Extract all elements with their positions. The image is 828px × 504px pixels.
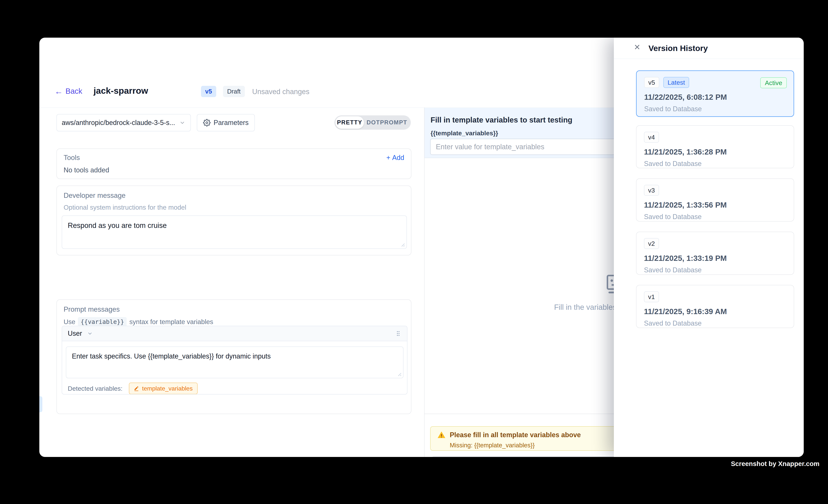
version-status: Saved to Database [644,266,786,274]
resize-handle-icon[interactable] [399,241,405,247]
version-timestamp: 11/21/2025, 1:33:19 PM [644,254,786,263]
version-number-badge: v4 [644,132,659,143]
model-select[interactable]: aws/anthropic/bedrock-claude-3-5-s... [56,114,191,131]
warning-title: Please fill in all template variables ab… [450,431,581,439]
version-timestamp: 11/21/2025, 9:16:39 AM [644,307,786,316]
pencil-icon [134,386,139,391]
screenshot-background: ← Back jack-sparrow v5 Draft Unsaved cha… [0,0,828,504]
back-label: Back [66,87,82,95]
draft-badge: Draft [223,86,245,97]
hint-suffix: syntax for template variables [129,318,213,326]
resize-handle-icon[interactable] [396,371,402,376]
variable-chip[interactable]: template_variables [129,383,198,394]
version-badge: v5 [201,86,216,97]
plus-icon: + [386,154,390,162]
version-card-v2[interactable]: v2 11/21/2025, 1:33:19 PM Saved to Datab… [636,232,794,275]
tools-empty-text: No tools added [57,162,411,174]
version-card-v4[interactable]: v4 11/21/2025, 1:36:28 PM Saved to Datab… [636,125,794,168]
prompt-messages-card: Prompt messages Use {{variable}} syntax … [56,299,411,414]
app-window: ← Back jack-sparrow v5 Draft Unsaved cha… [39,38,804,457]
version-history-panel: × Version History v5 Latest Active 11/22… [614,38,804,457]
add-tool-button[interactable]: + Add [386,154,404,162]
drag-handle-icon[interactable] [395,330,401,337]
version-history-header: × Version History [614,38,804,59]
warning-icon [437,431,446,439]
version-status: Saved to Database [644,320,786,327]
detected-variables-label: Detected variables: [68,385,123,392]
version-timestamp: 11/22/2025, 6:08:12 PM [644,93,786,101]
version-timestamp: 11/21/2025, 1:33:56 PM [644,201,786,209]
parameters-button[interactable]: Parameters [197,114,255,131]
message-header: User [62,326,407,341]
developer-message-value: Respond as you are tom cruise [68,221,167,229]
version-timestamp: 11/21/2025, 1:36:28 PM [644,148,786,156]
version-number-badge: v5 [644,77,659,88]
detected-variables-row: Detected variables: template_variables [68,383,198,394]
version-card-v5[interactable]: v5 Latest Active 11/22/2025, 6:08:12 PM … [636,70,794,117]
message-role-select[interactable]: User [68,330,82,337]
message-value: Enter task specifics. Use {{template_var… [72,352,271,360]
toggle-pretty[interactable]: PRETTY [335,116,364,129]
developer-message-card: Developer message Optional system instru… [56,185,411,255]
model-select-value: aws/anthropic/bedrock-claude-3-5-s... [62,119,176,127]
version-status: Saved to Database [644,213,786,221]
hint-prefix: Use [64,318,75,326]
version-card-v3[interactable]: v3 11/21/2025, 1:33:56 PM Saved to Datab… [636,178,794,221]
toggle-dotprompt[interactable]: DOTPROMPT [364,116,410,129]
back-button[interactable]: ← Back [54,87,82,95]
chevron-down-icon [179,120,185,126]
edge-decoration [39,396,42,412]
add-tool-label: Add [392,154,404,162]
developer-message-textarea[interactable]: Respond as you are tom cruise [62,215,407,249]
version-status: Saved to Database [644,105,786,113]
tools-card: Tools + Add No tools added [56,149,411,179]
chevron-down-icon[interactable] [87,331,93,336]
message-block: User Enter task specifics. Use {{templat… [62,326,407,394]
format-toggle: PRETTY DOTPROMPT [334,115,411,130]
tools-title: Tools [64,154,80,162]
message-textarea[interactable]: Enter task specifics. Use {{template_var… [66,346,404,378]
developer-message-title: Developer message [64,192,404,200]
hint-code-chip: {{variable}} [78,317,127,327]
parameters-label: Parameters [214,119,249,127]
latest-badge: Latest [663,77,689,88]
version-history-title: Version History [649,44,708,53]
unsaved-changes-label: Unsaved changes [252,88,309,96]
version-number-badge: v1 [644,291,659,302]
active-badge: Active [760,77,787,88]
close-icon[interactable]: × [634,42,640,52]
prompt-messages-hint: Use {{variable}} syntax for template var… [64,317,404,327]
developer-message-subtitle: Optional system instructions for the mod… [64,204,404,211]
prompt-messages-title: Prompt messages [64,305,404,313]
version-status: Saved to Database [644,160,786,168]
back-arrow-icon: ← [54,87,63,95]
page-title: jack-sparrow [93,85,148,96]
variable-chip-label: template_variables [142,385,193,392]
watermark: Screenshot by Xnapper.com [731,460,820,467]
version-card-v1[interactable]: v1 11/21/2025, 9:16:39 AM Saved to Datab… [636,285,794,328]
version-number-badge: v2 [644,238,659,249]
version-number-badge: v3 [644,185,659,196]
gear-icon [203,119,211,126]
